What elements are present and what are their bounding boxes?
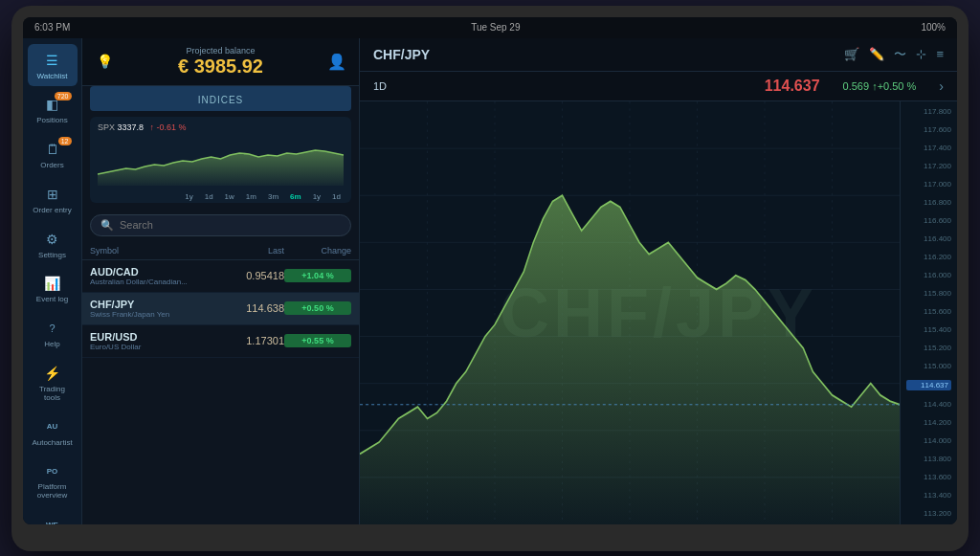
sidebar-item-settings[interactable]: ⚙ Settings (28, 223, 78, 266)
chart-title: CHF/JPY (373, 47, 430, 62)
chart-period[interactable]: 1D (373, 80, 387, 92)
price-tick: 115.800 (906, 289, 951, 298)
symbol-cell: AUD/CAD Australian Dollar/Canadian... (90, 266, 208, 286)
sidebar-item-watchlist[interactable]: ☰ Watchlist (28, 44, 78, 87)
table-row[interactable]: EUR/USD Euro/US Dollar 1.17301 +0.55 % (82, 325, 359, 358)
sidebar-item-webinar[interactable]: WE Webinar (28, 508, 78, 523)
settings-label: Settings (38, 252, 66, 260)
price-tick: 116.600 (906, 216, 951, 225)
price-tick: 115.600 (906, 307, 951, 316)
spx-mini-chart (98, 136, 344, 186)
order-entry-icon: ⊞ (42, 184, 63, 205)
status-time: 6:03 PM (34, 22, 70, 33)
sidebar-item-event-log[interactable]: 📊 Event log (28, 267, 78, 310)
middle-panel: 💡 Projected balance € 3985.92 👤 INDICES … (82, 38, 360, 524)
orders-badge: 12 (58, 137, 72, 145)
price-tick: 114.400 (906, 400, 951, 409)
price-tick: 113.600 (906, 473, 951, 481)
time-btn-1d[interactable]: 1d (202, 191, 216, 202)
time-btn-1d-2[interactable]: 1d (329, 191, 344, 202)
price-tick: 117.200 (906, 162, 951, 170)
price-tick: 116.000 (906, 271, 951, 279)
webinar-icon: WE (42, 514, 63, 523)
crosshair-icon[interactable]: ⊹ (916, 47, 926, 61)
panel-header: 💡 Projected balance € 3985.92 👤 (82, 38, 359, 86)
status-bar: 6:03 PM Tue Sep 29 100% (23, 17, 957, 38)
event-log-label: Event log (36, 296, 68, 304)
price-change-value: 0.569 (843, 80, 870, 92)
watchlist-label: Watchlist (36, 73, 67, 81)
settings-icon: ⚙ (42, 229, 63, 250)
indices-tab[interactable]: INDICES (90, 86, 351, 111)
wave-icon[interactable]: 〜 (894, 46, 906, 63)
platform-overview-icon: PO (42, 460, 63, 481)
symbol-name: EUR/USD (90, 331, 208, 343)
th-change: Change (284, 246, 351, 256)
price-change-pct: ↑+0.50 % (872, 80, 916, 92)
time-selector: 1y 1d 1w 1m 3m 6m 1y 1d (98, 189, 344, 204)
chart-price-change: 0.569 ↑+0.50 % (843, 80, 917, 92)
sidebar-item-platform-overview[interactable]: PO Platform overview (28, 455, 78, 506)
price-scale: 117.800 117.600 117.400 117.200 117.000 … (900, 101, 957, 524)
positions-label: Positions (36, 117, 67, 125)
time-btn-1m[interactable]: 1m (243, 191, 259, 202)
chart-svg-area (360, 101, 900, 524)
indices-label: INDICES (198, 95, 244, 105)
spx-header: SPX 3337.8 ↑ -0.61 % (98, 122, 344, 132)
table-row[interactable]: CHF/JPY Swiss Frank/Japan Yen 114.638 +0… (82, 293, 359, 325)
last-price: 1.17301 (208, 335, 284, 346)
change-badge: +0.55 % (284, 334, 351, 347)
spx-change: ↑ -0.61 % (150, 122, 187, 132)
price-tick: 115.000 (906, 362, 951, 370)
sidebar-item-autochartist[interactable]: AU Autochartist (28, 411, 78, 454)
cart-icon[interactable]: 🛒 (844, 47, 859, 61)
price-tick: 117.400 (906, 144, 951, 152)
table-row[interactable]: AUD/CAD Australian Dollar/Canadian... 0.… (82, 260, 359, 293)
balance-amount: € 3985.92 (115, 56, 326, 78)
spx-value: 3337.8 (118, 122, 145, 132)
app-container: ☰ Watchlist 720 ◧ Positions 12 🗒 Orders … (23, 38, 957, 524)
search-bar[interactable]: 🔍 (90, 214, 351, 236)
time-btn-3m[interactable]: 3m (265, 191, 281, 202)
spx-label: SPX (98, 122, 115, 132)
search-icon: 🔍 (100, 219, 114, 232)
trading-tools-label: Trading tools (32, 386, 74, 403)
chart-toolbar: 🛒 ✏️ 〜 ⊹ ≡ (844, 46, 944, 63)
sidebar-item-orders[interactable]: 12 🗒 Orders (28, 133, 78, 176)
chart-subheader: 1D 114.637 0.569 ↑+0.50 % › (360, 72, 957, 101)
symbol-name: CHF/JPY (90, 299, 208, 310)
trading-tools-icon: ⚡ (42, 363, 63, 384)
sidebar-item-help[interactable]: ? Help (28, 312, 78, 355)
orders-label: Orders (40, 162, 63, 170)
price-tick: 117.800 (906, 107, 951, 116)
th-last: Last (208, 246, 284, 256)
expand-icon[interactable]: › (939, 78, 944, 94)
balance-label: Projected balance (115, 46, 326, 56)
sidebar-nav: ☰ Watchlist 720 ◧ Positions 12 🗒 Orders … (23, 38, 82, 524)
status-battery: 100% (921, 22, 946, 33)
price-tick: 116.800 (906, 198, 951, 207)
price-tick: 117.600 (906, 125, 951, 134)
time-btn-1y-2[interactable]: 1y (310, 191, 323, 202)
profile-icon[interactable]: 👤 (326, 51, 347, 72)
time-btn-6m[interactable]: 6m (287, 191, 304, 202)
search-input[interactable] (120, 219, 341, 231)
pencil-icon[interactable]: ✏️ (869, 47, 884, 61)
time-btn-1w[interactable]: 1w (222, 191, 237, 202)
sidebar-item-positions[interactable]: 720 ◧ Positions (28, 88, 78, 131)
sidebar-item-order-entry[interactable]: ⊞ Order entry (28, 178, 78, 221)
change-badge: +0.50 % (284, 301, 351, 315)
price-tick: 114.000 (906, 436, 951, 445)
price-tick: 113.400 (906, 491, 951, 500)
price-tick: 114.200 (906, 418, 951, 427)
symbol-name: AUD/CAD (90, 266, 208, 278)
price-tick: 116.200 (906, 253, 951, 261)
lightbulb-icon[interactable]: 💡 (94, 51, 115, 72)
symbol-desc: Euro/US Dollar (90, 343, 208, 351)
chart-price-main: 114.637 (765, 78, 820, 95)
last-price: 114.638 (208, 302, 284, 314)
time-btn-1y-1[interactable]: 1y (182, 191, 195, 202)
spx-chart-container: SPX 3337.8 ↑ -0.61 % (90, 117, 351, 203)
menu-icon[interactable]: ≡ (936, 47, 944, 61)
sidebar-item-trading-tools[interactable]: ⚡ Trading tools (28, 357, 78, 409)
